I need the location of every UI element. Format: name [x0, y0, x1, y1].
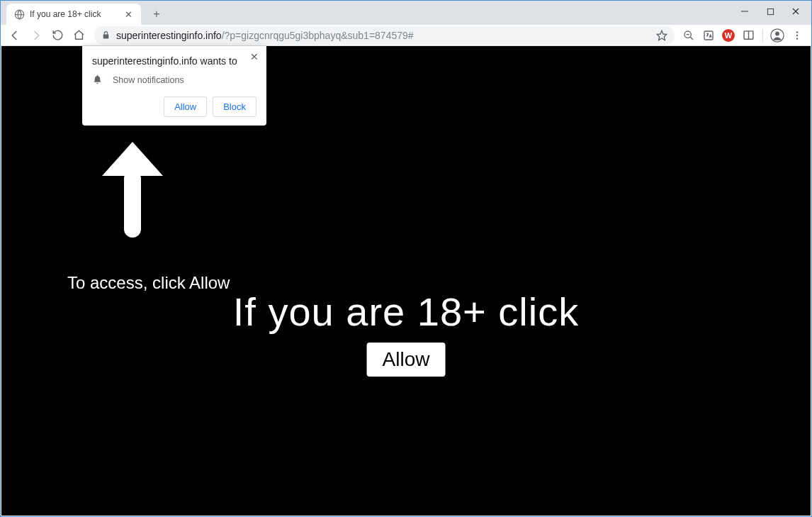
- popup-permission-label: Show notifications: [113, 75, 184, 85]
- url-path: /?p=gizgcnrqgu5gi3bphayq&sub1=874579#: [222, 30, 414, 41]
- page-allow-button[interactable]: Allow: [367, 343, 446, 377]
- svg-marker-19: [106, 145, 159, 174]
- home-button[interactable]: [69, 26, 89, 45]
- svg-point-14: [796, 31, 798, 33]
- globe-icon: [13, 9, 25, 20]
- svg-rect-18: [124, 170, 141, 238]
- profile-icon[interactable]: [769, 27, 786, 44]
- popup-actions: Allow Block: [92, 96, 256, 117]
- minimize-icon[interactable]: [732, 1, 757, 21]
- browser-tab[interactable]: If you are 18+ click ✕: [6, 4, 141, 25]
- maximize-icon[interactable]: [757, 1, 783, 21]
- svg-rect-2: [767, 9, 773, 14]
- age-headline: If you are 18+ click: [1, 289, 811, 335]
- close-window-icon[interactable]: [783, 1, 808, 21]
- toolbar-right-icons: W: [680, 27, 807, 44]
- popup-allow-button[interactable]: Allow: [164, 96, 207, 117]
- translate-icon[interactable]: [700, 27, 717, 44]
- bookmark-star-icon[interactable]: [656, 30, 667, 41]
- window-controls: [732, 1, 808, 22]
- svg-marker-5: [657, 30, 666, 40]
- reading-list-icon[interactable]: [740, 27, 757, 44]
- tab-title: If you are 18+ click: [30, 9, 118, 19]
- svg-rect-9: [704, 31, 713, 40]
- url-host: superinterestinginfo.info: [116, 30, 222, 41]
- popup-close-icon[interactable]: ✕: [248, 50, 261, 63]
- reload-button[interactable]: [47, 26, 67, 45]
- address-bar[interactable]: superinterestinginfo.info /?p=gizgcnrqgu…: [94, 26, 675, 45]
- popup-prompt-text: superinterestinginfo.info wants to: [92, 55, 256, 67]
- toolbar: superinterestinginfo.info /?p=gizgcnrqgu…: [1, 25, 811, 46]
- svg-point-13: [775, 31, 779, 35]
- bell-icon: [92, 74, 103, 85]
- svg-point-16: [796, 38, 798, 39]
- close-tab-icon[interactable]: ✕: [123, 9, 134, 20]
- svg-point-15: [796, 34, 798, 35]
- forward-button[interactable]: [26, 26, 46, 45]
- lock-icon: [101, 30, 111, 40]
- notification-permission-popup: ✕ superinterestinginfo.info wants to Sho…: [82, 46, 266, 126]
- svg-line-7: [690, 37, 693, 40]
- menu-dots-icon[interactable]: [789, 27, 806, 44]
- up-arrow-icon: [101, 142, 164, 244]
- new-tab-button[interactable]: +: [147, 4, 167, 24]
- back-button[interactable]: [5, 26, 25, 45]
- title-bar: If you are 18+ click ✕ +: [1, 1, 811, 25]
- toolbar-divider: [762, 29, 763, 42]
- zoom-icon[interactable]: [680, 27, 697, 44]
- extension-w-icon[interactable]: W: [720, 27, 737, 44]
- popup-block-button[interactable]: Block: [213, 96, 256, 117]
